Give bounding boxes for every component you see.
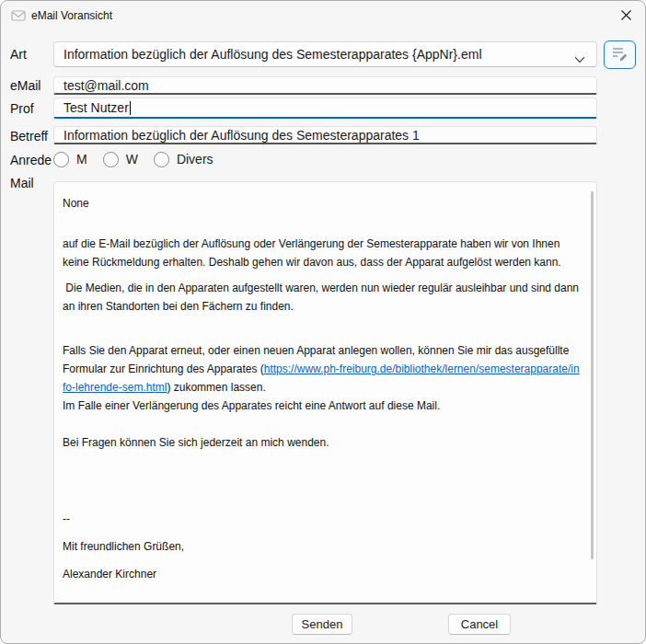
close-button[interactable]	[615, 6, 637, 28]
mail-paragraph: Im Falle einer Verlängerung des Apparate…	[63, 397, 580, 415]
prof-value: Test Nutzer	[63, 100, 129, 115]
edit-list-icon	[611, 45, 629, 65]
email-value: test@mail.com	[63, 78, 149, 93]
radio-anrede-w[interactable]: W	[103, 152, 138, 167]
mail-label: Mail	[10, 176, 34, 190]
radio-icon	[53, 152, 69, 167]
prof-input[interactable]: Test Nutzer	[53, 98, 597, 119]
anrede-label: Anrede	[10, 153, 52, 167]
betreff-input[interactable]: Information bezüglich der Auflösung des …	[53, 126, 597, 144]
mail-body-text: Noneauf die E-Mail bezüglich der Auflösu…	[54, 182, 596, 603]
mail-paragraph: Mit freundlichen Grüßen,	[63, 537, 580, 556]
radio-anrede-m[interactable]: M	[53, 152, 87, 167]
mail-paragraph: Alexander Kirchner	[63, 565, 580, 583]
art-label: Art	[10, 47, 27, 62]
email-label: eMail	[10, 78, 40, 93]
text-caret	[130, 101, 131, 115]
mail-paragraph: --	[63, 510, 580, 528]
cancel-button[interactable]: Cancel	[448, 614, 511, 635]
titlebar: eMail Voransicht	[1, 1, 645, 30]
radio-icon	[103, 152, 119, 167]
anrede-radio-row: M W Divers	[53, 149, 213, 169]
mail-icon	[11, 9, 26, 26]
close-icon	[620, 8, 632, 25]
art-template-select[interactable]: Information bezüglich der Auflösung des …	[53, 41, 597, 67]
radio-anrede-divers[interactable]: Divers	[154, 152, 213, 167]
prof-label: Prof	[10, 101, 34, 116]
mail-body-editor[interactable]: Noneauf die E-Mail bezüglich der Auflösu…	[53, 181, 597, 604]
betreff-label: Betreff	[10, 129, 48, 144]
email-preview-dialog: eMail Voransicht Art Information bezügli…	[0, 0, 646, 644]
mail-paragraph: Falls Sie den Apparat erneut, oder einen…	[63, 341, 580, 397]
mail-paragraph: Bei Fragen können Sie sich jederzeit an …	[63, 433, 580, 452]
betreff-value: Information bezüglich der Auflösung des …	[63, 128, 420, 143]
chevron-down-icon	[574, 52, 585, 66]
mail-paragraph: auf die E-Mail bezüglich der Auflösung o…	[63, 235, 580, 271]
window-title: eMail Voransicht	[31, 1, 112, 30]
edit-template-button[interactable]	[604, 40, 636, 69]
mail-paragraph: None	[63, 194, 580, 213]
mail-paragraph: Die Medien, die in den Apparaten aufgest…	[63, 279, 580, 316]
art-selected-value: Information bezüglich der Auflösung des …	[63, 47, 482, 62]
email-input[interactable]: test@mail.com	[53, 76, 597, 95]
vertical-scrollbar[interactable]	[591, 191, 594, 559]
radio-icon	[154, 152, 169, 167]
send-button[interactable]: Senden	[292, 614, 352, 635]
